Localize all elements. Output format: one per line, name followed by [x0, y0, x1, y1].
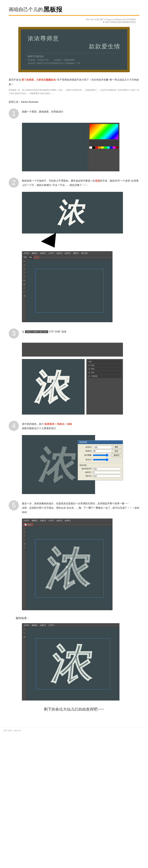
- tool-icon[interactable]: ▤: [22, 542, 26, 546]
- intro-p2: 查找肉疼一处，网上也貌似没找到过类似画粉笔字效果啥，外挂……见面又字段时代课………: [9, 88, 139, 95]
- ai-window: 文件(F) 编辑(E) 对象(O) 文字(T) 选择(S) 效果(C) 视图(V…: [22, 251, 113, 322]
- menu-item[interactable]: 文件(F): [24, 519, 29, 522]
- tool-icon[interactable]: ▸: [22, 627, 26, 631]
- meta-qq: QQ:429785954: [123, 19, 136, 21]
- eye-icon[interactable]: [89, 368, 90, 370]
- tool-icon[interactable]: T: [22, 631, 26, 635]
- tool-icon[interactable]: ✎: [22, 267, 26, 271]
- tool-icon[interactable]: ▢: [22, 530, 26, 534]
- tool-icon[interactable]: ▤: [22, 635, 26, 639]
- ai-menubar[interactable]: 文件(F) 编辑(E) 对象(O) 文字(T): [22, 623, 119, 627]
- menu-item[interactable]: 视图(V): [73, 252, 79, 254]
- ai-menubar[interactable]: 文件(F) 编辑(E) 对象(O) 文字(T) 选择(S) 效果(C) 视图(V…: [22, 251, 112, 255]
- ai-toolbox[interactable]: ▸ ▢ ✎ T / ◐ ▤ ✂ ⬚ ◉: [22, 259, 27, 322]
- title-main: 黑板报: [44, 5, 62, 14]
- menu-item[interactable]: 编辑(E): [32, 624, 38, 626]
- menu-item[interactable]: 选择(S): [56, 519, 62, 522]
- step-desc-5: 最后一步，虽然很像粉的成分，但是线条还是最后一步所调的无用功，反而能提升整个效果…: [22, 500, 139, 515]
- color-picker-icon[interactable]: [89, 124, 118, 140]
- panel-row[interactable]: [89, 141, 118, 143]
- menu-item[interactable]: 文字(T): [48, 252, 54, 254]
- selection-box[interactable]: [35, 269, 104, 313]
- swatches-grid[interactable]: [89, 147, 118, 149]
- ai-toolbox[interactable]: ▸ ▢ T / ▤ ⬚: [22, 527, 27, 610]
- appearance-panel[interactable]: 外观 描边 黑体 填色 不透明度: [87, 359, 123, 414]
- menu-item[interactable]: 效果(C): [65, 519, 71, 522]
- var-label: 变化(V):: [79, 459, 92, 461]
- tool-icon[interactable]: ▸: [22, 527, 26, 530]
- menu-item[interactable]: 文件(F): [24, 252, 29, 254]
- menu-item[interactable]: 编辑(E): [32, 252, 38, 254]
- ai-menubar[interactable]: 文件(F) 编辑(E) 对象(O) 文字(T) 选择(S) 效果(C): [22, 519, 112, 523]
- tool-icon[interactable]: ⬚: [22, 546, 26, 550]
- sample-char-outline: 浓: [33, 363, 73, 410]
- menu-item[interactable]: 文字(T): [48, 624, 54, 626]
- layer-row[interactable]: 描边: [88, 364, 122, 367]
- step-desc-1: 新建一个图层，颜色随意，你黑板就行: [22, 108, 64, 119]
- tool-icon[interactable]: /: [22, 275, 26, 279]
- ai-toolbox[interactable]: ▸ T ▤: [22, 627, 27, 700]
- tool-icon[interactable]: ▢: [22, 264, 26, 267]
- width-label: 描边宽度(W):: [79, 467, 92, 470]
- font-field[interactable]: 黑体: [28, 256, 33, 259]
- blackboard-meta3: 活动内容：教师节下的十幻届 教师节示后十五获精诚律十一景: [28, 62, 80, 65]
- blackboard-meta1: 活动时间：09/09(日)~09: [28, 59, 49, 61]
- screenshot-2: 请注意这里的设置 浓 文件(F) 编辑(E) 对象(O) 文字(T) 选择(S)…: [22, 192, 123, 322]
- step-number-2: 2: [9, 178, 19, 188]
- ai-canvas[interactable]: 浓: [27, 627, 119, 700]
- meta-date: 2012. 09. 04: [86, 19, 96, 21]
- layer-row[interactable]: 填色: [88, 371, 122, 374]
- menu-item[interactable]: 效果(C): [65, 252, 71, 254]
- highlighted-setting[interactable]: — /: [34, 256, 39, 259]
- menu-item[interactable]: 对象(O): [40, 252, 46, 254]
- tool-icon[interactable]: /: [22, 538, 26, 542]
- preview-button[interactable]: 预览(P): [112, 454, 121, 457]
- ai-canvas[interactable]: 浓: [27, 527, 112, 610]
- tool-icon[interactable]: ▤: [22, 282, 26, 286]
- tool-icon[interactable]: ✂: [22, 286, 26, 290]
- ai-stroke-toolbar[interactable]: ⬜ 0.5pt ▾: [22, 523, 112, 527]
- var-slider[interactable]: [93, 458, 121, 461]
- menu-item[interactable]: 对象(O): [40, 519, 46, 522]
- menu-item[interactable]: 编辑(E): [32, 519, 38, 522]
- tool-icon[interactable]: T: [22, 534, 26, 538]
- tool-icon[interactable]: ◉: [22, 294, 26, 298]
- layer-row[interactable]: 黑体: [88, 367, 122, 371]
- ai-char-toolbar[interactable]: 字符 黑体 — /: [22, 255, 112, 259]
- menu-item[interactable]: 文字(T): [48, 519, 54, 522]
- meta-row: 2012. 09. 04 第三期 UI Design CoolStation Q…: [9, 18, 139, 24]
- dialog-title: 涂抹选项: [78, 440, 123, 444]
- footer: 图库:300张 · 视觉中国: [0, 727, 148, 734]
- step-number-3: 3: [9, 329, 19, 339]
- eye-icon[interactable]: [89, 372, 90, 373]
- menu-item[interactable]: 文件(F): [24, 624, 29, 626]
- panel-row[interactable]: [89, 144, 118, 146]
- ok-button[interactable]: 确定: [112, 445, 121, 449]
- closing-text: 剩下的各位大仙儿们自由发挥吧~~~: [9, 707, 139, 712]
- panel-tab[interactable]: 外观: [88, 360, 122, 363]
- scribble-dialog[interactable]: 涂抹选项 确定 取消 预览(P) 设置(S):自定 角度(A): 路径重叠: 变…: [78, 440, 123, 480]
- tool-icon[interactable]: ▸: [22, 259, 26, 264]
- tool-icon[interactable]: ◐: [22, 279, 26, 282]
- menu-snippet: 效果(C) 视图(V) 窗口(W): [25, 330, 48, 333]
- ai-canvas[interactable]: [27, 259, 112, 322]
- sample-char: 浓: [56, 194, 89, 231]
- tool-icon[interactable]: T: [22, 271, 26, 275]
- menu-item[interactable]: 窗口(W): [81, 252, 88, 254]
- space-input[interactable]: [93, 475, 121, 477]
- menu-item[interactable]: 对象(O): [40, 624, 46, 626]
- eye-icon[interactable]: [89, 364, 90, 366]
- selection-box[interactable]: [36, 638, 110, 689]
- curve-input[interactable]: [93, 471, 121, 474]
- layer-row[interactable]: 不透明度: [88, 375, 122, 378]
- tool-icon[interactable]: ⬚: [22, 290, 26, 294]
- cancel-button[interactable]: 取消: [112, 450, 121, 453]
- highlighted-stroke[interactable]: ⬜ 0.5pt ▾: [24, 523, 33, 526]
- ai-canvas: 浓: [22, 359, 84, 414]
- menu-item[interactable]: 选择(S): [56, 252, 62, 254]
- selection-box[interactable]: [35, 539, 104, 597]
- intro-p1: 废话不多说 看了效果图，大家肯定蠢蠢欲动~至于背景枝的线就不多介绍了！无任何技术…: [9, 78, 139, 87]
- divider-orange: [9, 15, 139, 16]
- eye-icon[interactable]: [89, 375, 90, 377]
- width-input[interactable]: [93, 467, 121, 470]
